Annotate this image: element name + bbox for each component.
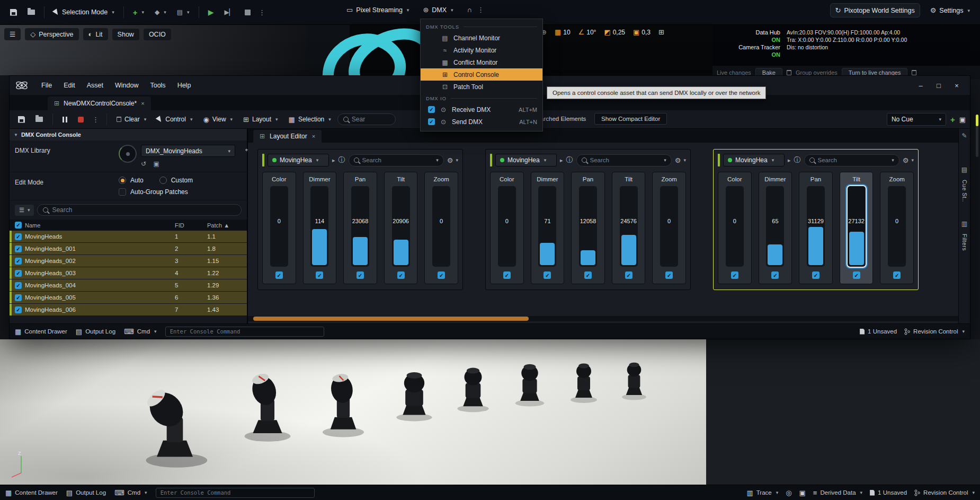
blueprints-dropdown[interactable]: ◆▾ xyxy=(150,6,171,19)
fader[interactable]: Dimmer 114 xyxy=(303,172,337,284)
filters-tab[interactable]: Filters xyxy=(961,234,968,251)
selection-mode-dropdown[interactable]: Selection Mode ▾ xyxy=(49,6,119,19)
cue-stack-tab[interactable]: Cue St.. xyxy=(961,180,968,202)
close-button[interactable]: × xyxy=(949,82,965,90)
group-search-input[interactable]: Search ▾ xyxy=(349,154,444,166)
play-button[interactable]: ▶ xyxy=(203,5,219,19)
fader-track[interactable] xyxy=(351,186,369,267)
cmd-dropdown[interactable]: ⌨Cmd▾ xyxy=(114,489,147,497)
horizontal-scrollbar-thumb[interactable] xyxy=(253,317,529,321)
fader-group[interactable]: MovingHea ▾ ▸ ⓘ Search ▾ ⚙▾ Color 0 Dimm… xyxy=(485,149,691,290)
group-search-input[interactable]: Search ▾ xyxy=(576,154,672,166)
dmx-menu-item[interactable]: ⊡ Patch Tool xyxy=(421,81,542,93)
fader[interactable]: Color 0 xyxy=(490,172,524,284)
level-viewport-3d[interactable]: Z xyxy=(0,339,706,485)
dmx-library-dropdown[interactable]: DMX_MovingHeads ▾ xyxy=(141,145,235,157)
menu-asset[interactable]: Asset xyxy=(82,80,109,91)
perspective-dropdown[interactable]: ◇Perspective xyxy=(25,28,78,40)
unsaved-button[interactable]: 1 Unsaved xyxy=(870,489,907,496)
record-icon[interactable]: ◎ xyxy=(786,489,791,497)
fader-enable-checkbox[interactable] xyxy=(625,271,632,279)
pixotope-menu-button[interactable]: ∩ ⋮ xyxy=(462,3,491,16)
trash-icon[interactable] xyxy=(912,70,916,75)
output-log-button[interactable]: ▤Output Log xyxy=(66,489,106,497)
fader-track[interactable] xyxy=(766,186,784,267)
patch-list-row[interactable]: MovingHeads_004 5 1.29 xyxy=(10,279,247,292)
control-dropdown[interactable]: Control▾ xyxy=(153,113,197,125)
rotation-snap-button[interactable]: ∠10° xyxy=(578,28,596,36)
cue-stack-tab-icon[interactable]: ▤ xyxy=(961,166,967,173)
patch-column-header[interactable]: Patch ▲ xyxy=(207,222,247,229)
show-compact-editor-button[interactable]: Show Compact Editor xyxy=(594,113,667,125)
fader-track[interactable] xyxy=(392,186,410,267)
browse-asset-button[interactable] xyxy=(31,115,47,124)
fader-track[interactable] xyxy=(726,186,744,267)
fader-track[interactable] xyxy=(270,186,288,267)
viewport-options-button[interactable]: ☰ xyxy=(4,28,21,40)
close-tab-icon[interactable]: × xyxy=(312,133,315,139)
library-thumbnail-icon[interactable] xyxy=(119,145,137,163)
group-settings-button[interactable]: ⚙▾ xyxy=(675,156,686,164)
auto-radio[interactable] xyxy=(119,177,126,184)
asset-tab[interactable]: ⊞ NewDMXControlConsole* × xyxy=(48,97,151,110)
custom-radio[interactable] xyxy=(159,177,167,184)
unsaved-button[interactable]: 1 Unsaved xyxy=(860,328,897,335)
fader[interactable]: Pan 12058 xyxy=(571,172,605,284)
fader-enable-checkbox[interactable] xyxy=(275,271,283,279)
row-checkbox[interactable] xyxy=(15,306,22,313)
fader[interactable]: Pan 23068 xyxy=(343,172,377,284)
cue-stack-icon[interactable]: ▣ xyxy=(959,116,966,124)
derived-data-dropdown[interactable]: ≡Derived Data▾ xyxy=(813,489,862,497)
expand-arrow-icon[interactable]: ▸ xyxy=(332,157,335,164)
pixel-streaming-dropdown[interactable]: ▭ Pixel Streaming ▾ xyxy=(342,3,414,16)
selection-dropdown[interactable]: ▦Selection▾ xyxy=(284,113,335,126)
fader[interactable]: Tilt 27132 xyxy=(840,172,874,284)
trash-icon[interactable] xyxy=(787,70,791,75)
view-dropdown[interactable]: ◉View▾ xyxy=(199,113,237,126)
browse-to-asset-icon[interactable]: ▣ xyxy=(153,160,159,168)
console-search-input[interactable]: Sear xyxy=(337,113,396,125)
fader-group[interactable]: MovingHea ▾ ▸ ⓘ Search ▾ ⚙▾ Color 0 Dimm… xyxy=(257,149,463,290)
expand-arrow-icon[interactable]: ▸ xyxy=(788,157,791,164)
screenshot-icon[interactable]: ▣ xyxy=(799,489,806,497)
revision-control-dropdown[interactable]: Revision Control ▾ xyxy=(904,328,965,335)
send-options-menu[interactable]: ⋮ xyxy=(90,116,101,124)
pixotope-world-settings-button[interactable]: ↻ Pixotope World Settings xyxy=(830,3,920,17)
console-command-input[interactable]: Enter Console Command xyxy=(156,488,315,498)
fader-track[interactable] xyxy=(432,186,450,267)
dmx-menu-item[interactable]: ▦ Conflict Monitor xyxy=(421,56,542,68)
name-column-header[interactable]: Name xyxy=(25,222,172,229)
layout-dropdown[interactable]: ⊞Layout▾ xyxy=(239,113,282,126)
cmd-dropdown[interactable]: ⌨Cmd▾ xyxy=(124,328,157,336)
menu-tools[interactable]: Tools xyxy=(145,80,171,91)
patch-search-input[interactable]: Search xyxy=(37,204,242,216)
fader-enable-checkbox[interactable] xyxy=(544,271,551,279)
close-tab-icon[interactable]: × xyxy=(141,100,144,107)
patch-list-row[interactable]: MovingHeads_006 7 1.43 xyxy=(10,304,247,316)
content-drawer-button[interactable]: ▦Content Drawer xyxy=(15,328,67,336)
fader-track[interactable] xyxy=(620,186,638,267)
scale-snap-button[interactable]: ◩0,25 xyxy=(604,28,625,36)
pause-sending-button[interactable] xyxy=(58,115,72,125)
row-checkbox[interactable] xyxy=(15,294,22,301)
fader-enable-checkbox[interactable] xyxy=(584,271,592,279)
fader-enable-checkbox[interactable] xyxy=(893,271,901,279)
console-command-input[interactable]: Enter Console Command xyxy=(165,327,324,337)
fader-track[interactable] xyxy=(660,186,678,267)
dmx-dropdown[interactable]: ⊛ DMX ▾ xyxy=(418,3,458,16)
patch-list-row[interactable]: MovingHeads 1 1.1 xyxy=(10,231,247,243)
cinematics-dropdown[interactable]: ▤▾ xyxy=(172,6,194,19)
row-checkbox[interactable] xyxy=(15,282,22,289)
save-asset-button[interactable] xyxy=(14,114,29,125)
fader-track[interactable] xyxy=(310,186,328,267)
browse-content-button[interactable] xyxy=(23,7,40,17)
maximize-viewport-icon[interactable]: ⊞ xyxy=(658,28,664,36)
fader-track[interactable] xyxy=(848,186,866,267)
content-drawer-button[interactable]: ▦Content Drawer xyxy=(5,489,58,497)
fader-track[interactable] xyxy=(807,186,825,267)
fader[interactable]: Pan 31129 xyxy=(799,172,833,284)
stop-button[interactable] xyxy=(240,7,255,18)
fader-enable-checkbox[interactable] xyxy=(438,271,445,279)
io-checkbox[interactable] xyxy=(428,118,435,125)
fader[interactable]: Dimmer 65 xyxy=(759,172,792,284)
